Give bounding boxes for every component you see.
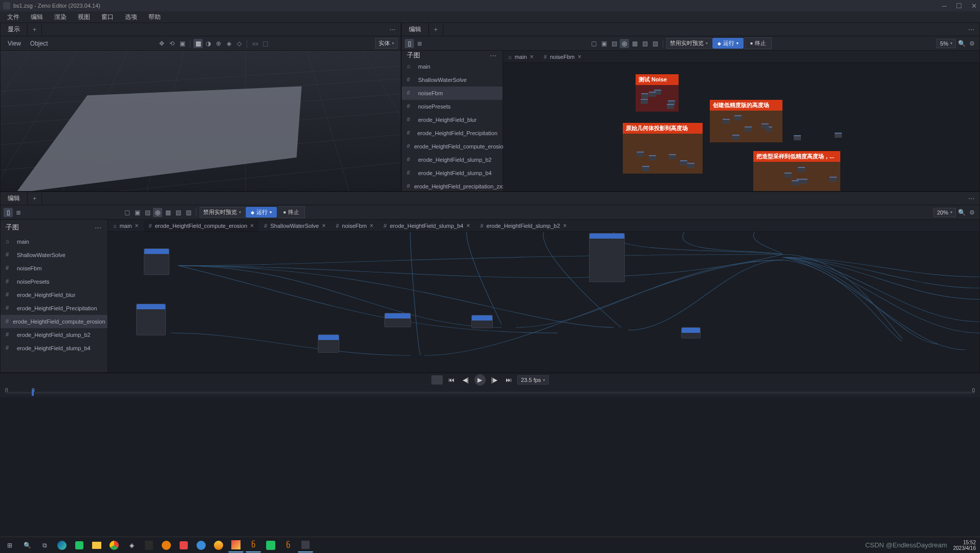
tool-f-icon[interactable]: ▧ <box>640 39 649 48</box>
palette-icon[interactable]: ◑ <box>204 39 213 48</box>
preview-dropdown[interactable]: 禁用实时预览 <box>200 207 245 218</box>
tab-add-bottom[interactable]: + <box>28 193 42 204</box>
tool-f-icon[interactable]: ▧ <box>173 208 183 217</box>
panel-menu-icon[interactable]: ⋯ <box>964 26 979 33</box>
canvas-tab[interactable]: #ShallowWaterSolve× <box>259 220 331 231</box>
app-icon[interactable] <box>193 538 209 552</box>
node[interactable] <box>136 304 166 335</box>
sidebar-item[interactable]: #erode_HeightField_compute_erosion <box>1 315 107 328</box>
sidebar-item[interactable]: #erode_HeightField_blur <box>1 288 107 302</box>
tool-g-icon[interactable]: ▨ <box>650 39 660 48</box>
sidebar-item[interactable]: ⌂main <box>402 60 503 73</box>
fps-dropdown[interactable]: 23.5 fps <box>517 375 549 385</box>
tool-e-icon[interactable]: ▦ <box>630 39 639 48</box>
first-frame-button[interactable]: ⏮ <box>446 374 457 386</box>
move-icon[interactable]: ✥ <box>157 39 166 48</box>
zoom-dropdown[interactable]: 20% <box>933 208 956 217</box>
node-canvas-top[interactable]: ⌂main× #noiseFbm× 测试 Noise创建低精度版的高度场原始几何… <box>503 51 979 191</box>
preview-dropdown[interactable]: 禁用实时预览 <box>666 38 711 49</box>
sidebar-item[interactable]: #erode_HeightField_slump_b4 <box>402 166 503 180</box>
layout2-icon[interactable]: ≣ <box>14 208 23 217</box>
zoom-dropdown[interactable]: 5% <box>937 39 956 48</box>
tool-c-icon[interactable]: ▤ <box>143 208 152 217</box>
houdini-icon[interactable]: ნ <box>280 538 296 552</box>
node-canvas-bottom[interactable] <box>108 232 979 372</box>
viewport-3d[interactable] <box>1 51 401 191</box>
close-icon[interactable]: × <box>466 222 470 229</box>
node[interactable] <box>144 248 169 275</box>
tab-add[interactable]: + <box>28 24 42 35</box>
sidebar-item[interactable]: #noiseFbm <box>402 87 503 100</box>
prev-frame-button[interactable]: ◀| <box>460 374 471 386</box>
entity-dropdown[interactable]: 实体 <box>375 38 398 49</box>
close-icon[interactable]: × <box>563 222 567 229</box>
canvas-tab[interactable]: ⌂main× <box>108 220 144 231</box>
sidebar-menu-icon[interactable]: ⋯ <box>490 52 497 59</box>
tool-e-icon[interactable]: ▦ <box>163 208 172 217</box>
node[interactable] <box>471 315 493 328</box>
sidebar-item[interactable]: ⌂main <box>1 235 107 248</box>
menu-view[interactable]: 视图 <box>73 12 95 23</box>
node[interactable] <box>589 233 625 282</box>
wechat-icon[interactable] <box>263 538 278 552</box>
record-icon[interactable]: ⬚ <box>260 39 270 48</box>
stop-button[interactable]: 终止 <box>278 206 305 218</box>
sidebar-item[interactable]: #noisePresets <box>402 100 503 113</box>
globe-icon[interactable]: ⊕ <box>214 39 223 48</box>
search-icon[interactable]: 🔍 <box>957 208 966 217</box>
layout1-icon[interactable]: ▯ <box>405 39 414 48</box>
sidebar-item[interactable]: #erode_HeightField_compute_erosion <box>402 140 503 153</box>
canvas-tab[interactable]: #erode_HeightField_slump_b2× <box>475 220 572 231</box>
app-icon[interactable] <box>211 538 226 552</box>
node[interactable] <box>681 327 701 338</box>
sidebar-item[interactable]: #erode_HeightField_slump_b2 <box>402 153 503 166</box>
node-group[interactable]: 测试 Noise <box>636 74 679 111</box>
tool-d-icon[interactable]: ◎ <box>153 208 162 217</box>
menu-window[interactable]: 窗口 <box>96 12 119 23</box>
menu-render[interactable]: 渲染 <box>49 12 72 23</box>
minimize-button[interactable]: ─ <box>942 2 947 10</box>
houdini-icon[interactable]: ნ <box>246 538 261 552</box>
search-icon[interactable]: 🔍 <box>957 39 966 48</box>
node-group[interactable]: 原始几何体投影到高度场 <box>623 123 703 173</box>
app-icon[interactable] <box>72 538 87 552</box>
unity-icon[interactable]: ◈ <box>124 538 139 552</box>
canvas-tab[interactable]: #erode_HeightField_slump_b4× <box>379 220 475 231</box>
view-mode[interactable]: View <box>4 40 25 47</box>
node[interactable] <box>384 313 411 327</box>
node-group[interactable]: 创建低精度版的高度场 <box>710 100 782 142</box>
sidebar-item[interactable]: #noiseFbm <box>1 262 107 275</box>
tool-a-icon[interactable]: ▢ <box>589 39 598 48</box>
camera-icon[interactable]: ▭ <box>250 39 259 48</box>
app-icon[interactable] <box>228 538 244 552</box>
tool-d-icon[interactable]: ◎ <box>620 39 629 48</box>
sidebar-item[interactable]: #erode_HeightField_precipitation_zxx <box>402 180 503 191</box>
tab-edit[interactable]: 编辑 <box>402 23 429 36</box>
zeno-icon[interactable] <box>298 538 313 552</box>
app-icon[interactable] <box>176 538 191 552</box>
search-button[interactable]: 🔍 <box>19 538 35 552</box>
timeline-marker[interactable] <box>32 390 34 396</box>
close-icon[interactable]: × <box>370 222 374 229</box>
run-button[interactable]: 运行 <box>246 207 277 218</box>
rotate-icon[interactable]: ⟲ <box>167 39 177 48</box>
canvas-tab-main[interactable]: ⌂main× <box>503 51 539 62</box>
start-button[interactable]: ⊞ <box>2 538 17 552</box>
tab-add-right[interactable]: + <box>429 24 443 35</box>
sidebar-item[interactable]: #erode_HeightField_slump_b4 <box>1 342 107 355</box>
tool-b-icon[interactable]: ▣ <box>133 208 142 217</box>
sidebar-item[interactable]: #noisePresets <box>1 275 107 288</box>
sidebar-item[interactable]: #ShallowWaterSolve <box>402 73 503 87</box>
close-icon[interactable]: × <box>530 53 534 60</box>
tab-edit-bottom[interactable]: 编辑 <box>1 192 28 205</box>
stop-button[interactable]: 终止 <box>745 37 772 49</box>
run-button[interactable]: 运行 <box>712 38 744 49</box>
close-button[interactable]: ✕ <box>971 2 977 10</box>
wire-icon[interactable]: ◇ <box>234 39 244 48</box>
tool-g-icon[interactable]: ▨ <box>184 208 193 217</box>
node[interactable] <box>318 334 339 353</box>
panel-menu-icon[interactable]: ⋯ <box>964 195 979 202</box>
epic-icon[interactable] <box>141 538 157 552</box>
tool-a-icon[interactable]: ▢ <box>122 208 132 217</box>
close-icon[interactable]: × <box>250 222 254 229</box>
